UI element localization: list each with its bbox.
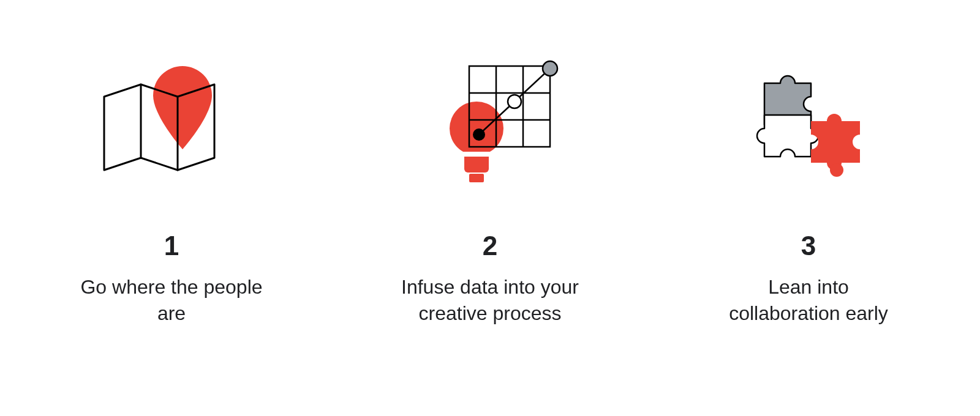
feature-label: Go where the people are <box>74 274 270 327</box>
map-pin-icon <box>92 49 251 208</box>
svg-point-13 <box>543 61 557 76</box>
svg-point-12 <box>508 95 521 108</box>
svg-rect-4 <box>462 152 491 157</box>
bulb-grid-icon <box>410 49 570 208</box>
feature-number: 2 <box>483 232 497 259</box>
feature-item-1: 1 Go where the people are <box>74 49 270 327</box>
puzzle-icon <box>729 49 888 208</box>
feature-label: Infuse data into your creative process <box>392 274 588 327</box>
svg-point-11 <box>473 128 485 141</box>
feature-item-2: 2 Infuse data into your creative process <box>392 49 588 327</box>
feature-item-3: 3 Lean into collaboration early <box>710 49 907 327</box>
feature-number: 3 <box>801 232 816 259</box>
feature-row: 1 Go where the people are <box>0 0 980 327</box>
feature-label: Lean into collaboration early <box>710 274 907 327</box>
svg-rect-3 <box>469 174 484 182</box>
feature-number: 1 <box>164 232 179 259</box>
svg-point-14 <box>830 163 843 177</box>
